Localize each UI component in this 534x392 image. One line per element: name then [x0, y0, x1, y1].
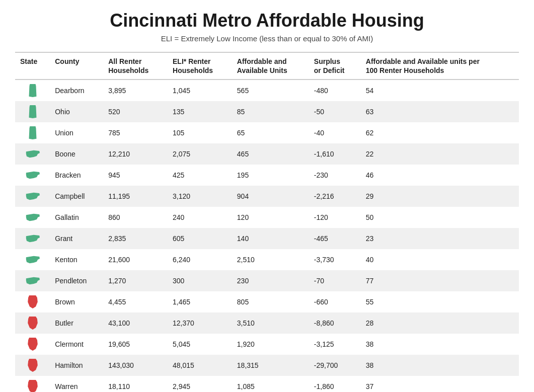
cell-all-renter: 520	[103, 101, 168, 122]
table-row: Kenton21,6006,2402,510-3,73040	[15, 249, 519, 270]
cell-aff-avail: 195	[232, 165, 309, 186]
cell-surplus: -480	[309, 80, 361, 101]
cell-county: Boone	[50, 143, 103, 165]
col-all-renter: All RenterHouseholds	[103, 52, 168, 80]
cell-eli-renter: 2,075	[168, 143, 232, 165]
cell-per100: 50	[361, 207, 519, 228]
cell-aff-avail: 3,510	[232, 312, 309, 334]
cell-surplus: -1,860	[309, 376, 361, 392]
cell-per100: 77	[361, 270, 519, 291]
cell-eli-renter: 6,240	[168, 249, 232, 270]
cell-aff-avail: 18,315	[232, 355, 309, 376]
cell-aff-avail: 904	[232, 186, 309, 207]
table-row: Clermont19,6055,0451,920-3,12538	[15, 334, 519, 355]
cell-all-renter: 12,210	[103, 143, 168, 165]
cell-county: Warren	[50, 376, 103, 392]
cell-per100: 62	[361, 122, 519, 143]
cell-per100: 55	[361, 291, 519, 312]
housing-table: State County All RenterHouseholds ELI* R…	[15, 52, 519, 392]
cell-county: Grant	[50, 228, 103, 249]
cell-all-renter: 19,605	[103, 334, 168, 355]
cell-county: Union	[50, 122, 103, 143]
cell-aff-avail: 65	[232, 122, 309, 143]
cell-all-renter: 1,270	[103, 270, 168, 291]
cell-state-icon	[15, 228, 50, 249]
cell-surplus: -465	[309, 228, 361, 249]
col-per100: Affordable and Available units per100 Re…	[361, 52, 519, 80]
cell-aff-avail: 805	[232, 291, 309, 312]
table-row: Union78510565-4062	[15, 122, 519, 143]
cell-state-icon	[15, 80, 50, 101]
table-row: Hamilton143,03048,01518,315-29,70038	[15, 355, 519, 376]
cell-all-renter: 11,195	[103, 186, 168, 207]
cell-per100: 63	[361, 101, 519, 122]
cell-aff-avail: 120	[232, 207, 309, 228]
cell-per100: 28	[361, 312, 519, 334]
cell-all-renter: 43,100	[103, 312, 168, 334]
cell-per100: 37	[361, 376, 519, 392]
cell-surplus: -120	[309, 207, 361, 228]
cell-county: Dearborn	[50, 80, 103, 101]
cell-state-icon	[15, 376, 50, 392]
cell-surplus: -230	[309, 165, 361, 186]
cell-all-renter: 143,030	[103, 355, 168, 376]
cell-state-icon	[15, 186, 50, 207]
cell-eli-renter: 48,015	[168, 355, 232, 376]
cell-eli-renter: 135	[168, 101, 232, 122]
cell-eli-renter: 5,045	[168, 334, 232, 355]
cell-per100: 38	[361, 355, 519, 376]
cell-all-renter: 18,110	[103, 376, 168, 392]
cell-per100: 54	[361, 80, 519, 101]
cell-aff-avail: 565	[232, 80, 309, 101]
cell-all-renter: 3,895	[103, 80, 168, 101]
table-row: Dearborn3,8951,045565-48054	[15, 80, 519, 101]
cell-eli-renter: 1,465	[168, 291, 232, 312]
cell-surplus: -3,125	[309, 334, 361, 355]
table-row: Grant2,835605140-46523	[15, 228, 519, 249]
cell-aff-avail: 1,085	[232, 376, 309, 392]
cell-aff-avail: 230	[232, 270, 309, 291]
table-row: Boone12,2102,075465-1,61022	[15, 143, 519, 165]
cell-eli-renter: 425	[168, 165, 232, 186]
cell-aff-avail: 1,920	[232, 334, 309, 355]
cell-per100: 40	[361, 249, 519, 270]
page-subtitle: ELI = Extremely Low Income (less than or…	[161, 34, 373, 43]
cell-county: Hamilton	[50, 355, 103, 376]
cell-aff-avail: 85	[232, 101, 309, 122]
table-row: Warren18,1102,9451,085-1,86037	[15, 376, 519, 392]
cell-state-icon	[15, 122, 50, 143]
cell-per100: 46	[361, 165, 519, 186]
cell-surplus: -8,860	[309, 312, 361, 334]
cell-county: Ohio	[50, 101, 103, 122]
cell-eli-renter: 1,045	[168, 80, 232, 101]
cell-all-renter: 4,455	[103, 291, 168, 312]
cell-surplus: -29,700	[309, 355, 361, 376]
cell-aff-avail: 465	[232, 143, 309, 165]
cell-eli-renter: 300	[168, 270, 232, 291]
cell-aff-avail: 140	[232, 228, 309, 249]
cell-all-renter: 21,600	[103, 249, 168, 270]
cell-state-icon	[15, 291, 50, 312]
cell-state-icon	[15, 207, 50, 228]
cell-all-renter: 860	[103, 207, 168, 228]
table-row: Gallatin860240120-12050	[15, 207, 519, 228]
cell-county: Bracken	[50, 165, 103, 186]
table-row: Brown4,4551,465805-66055	[15, 291, 519, 312]
cell-state-icon	[15, 249, 50, 270]
cell-eli-renter: 12,370	[168, 312, 232, 334]
cell-aff-avail: 2,510	[232, 249, 309, 270]
cell-county: Pendleton	[50, 270, 103, 291]
table-row: Ohio52013585-5063	[15, 101, 519, 122]
cell-eli-renter: 605	[168, 228, 232, 249]
cell-county: Kenton	[50, 249, 103, 270]
cell-per100: 29	[361, 186, 519, 207]
cell-county: Gallatin	[50, 207, 103, 228]
col-eli-renter: ELI* RenterHouseholds	[168, 52, 232, 80]
cell-surplus: -40	[309, 122, 361, 143]
cell-county: Butler	[50, 312, 103, 334]
page-title: Cincinnati Metro Affordable Housing	[110, 10, 424, 31]
col-surplus: Surplusor Deficit	[309, 52, 361, 80]
cell-surplus: -50	[309, 101, 361, 122]
table-row: Bracken945425195-23046	[15, 165, 519, 186]
cell-state-icon	[15, 143, 50, 165]
